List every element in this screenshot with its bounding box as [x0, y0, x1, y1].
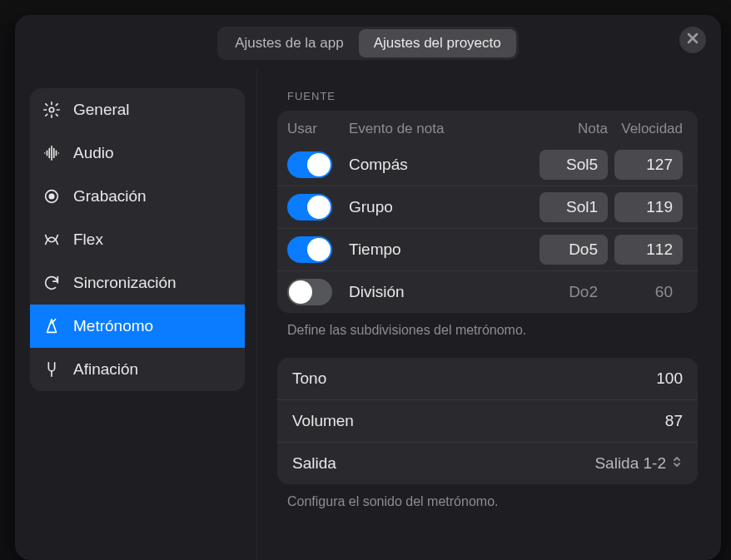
source-row-beat: Tiempo Do5 112 [277, 228, 698, 270]
tabs-segmented: Ajustes de la app Ajustes del proyecto [217, 27, 519, 60]
panel-header: Ajustes de la app Ajustes del proyecto [15, 15, 721, 68]
event-label: Compás [349, 156, 533, 174]
toggle-bar[interactable] [287, 151, 332, 178]
source-table-header: Usar Evento de nota Nota Velocidad [277, 111, 698, 144]
flex-icon [42, 230, 62, 250]
volume-value[interactable]: 87 [665, 412, 683, 430]
sidebar-item-label: Metrónomo [73, 317, 153, 335]
sound-card: Tono 100 Volumen 87 Salida Salida 1-2 [277, 358, 698, 484]
source-hint: Define las subdivisiones del metrónomo. [287, 323, 698, 338]
gear-icon [42, 100, 62, 120]
svg-point-0 [49, 107, 54, 112]
toggle-division[interactable] [287, 279, 332, 305]
main-content: FUENTE Usar Evento de nota Nota Velocida… [257, 68, 721, 560]
velocity-value[interactable]: 60 [614, 277, 683, 307]
sidebar-item-label: Flex [73, 230, 103, 249]
svg-point-2 [49, 194, 54, 199]
sidebar-item-label: Audio [73, 144, 114, 162]
tab-project-settings[interactable]: Ajustes del proyecto [359, 29, 516, 57]
settings-panel: Ajustes de la app Ajustes del proyecto G… [15, 15, 721, 560]
waveform-icon [42, 143, 62, 163]
sidebar-item-label: Grabación [73, 187, 147, 206]
output-label: Salida [292, 454, 336, 473]
close-icon [686, 32, 699, 49]
sidebar: General Audio Grabación [15, 68, 257, 560]
sidebar-item-recording[interactable]: Grabación [30, 175, 245, 218]
output-select[interactable]: Salida 1-2 [594, 454, 683, 473]
source-row-division: División Do2 60 [277, 270, 698, 313]
metronome-icon [42, 316, 62, 336]
tab-app-settings[interactable]: Ajustes de la app [220, 29, 358, 57]
close-button[interactable] [679, 27, 706, 53]
note-value[interactable]: Sol1 [540, 192, 608, 222]
row-tone: Tono 100 [277, 358, 698, 399]
sidebar-item-flex[interactable]: Flex [30, 218, 245, 261]
event-label: División [349, 283, 533, 301]
source-card: Usar Evento de nota Nota Velocidad Compá… [277, 111, 698, 313]
row-volume: Volumen 87 [277, 399, 698, 442]
section-title-source: FUENTE [287, 90, 698, 102]
velocity-value[interactable]: 119 [614, 192, 683, 222]
col-use: Usar [287, 121, 349, 137]
volume-label: Volumen [292, 412, 354, 430]
tone-value[interactable]: 100 [656, 369, 683, 388]
sidebar-item-tuning[interactable]: Afinación [30, 348, 245, 391]
tone-label: Tono [292, 369, 326, 388]
sidebar-item-label: Sincronización [73, 274, 177, 292]
sidebar-item-sync[interactable]: Sincronización [30, 261, 245, 305]
updown-icon [671, 454, 683, 473]
event-label: Grupo [349, 198, 533, 216]
note-value[interactable]: Do2 [540, 277, 608, 307]
sound-hint: Configura el sonido del metrónomo. [287, 494, 698, 509]
col-event: Evento de nota [349, 121, 533, 137]
source-row-group: Grupo Sol1 119 [277, 186, 698, 228]
col-note: Nota [533, 121, 608, 137]
sidebar-item-label: Afinación [73, 360, 138, 379]
velocity-value[interactable]: 112 [614, 235, 683, 265]
velocity-value[interactable]: 127 [614, 150, 683, 180]
tuning-fork-icon [42, 359, 62, 379]
note-value[interactable]: Do5 [540, 235, 608, 265]
note-value[interactable]: Sol5 [540, 150, 608, 180]
sidebar-list: General Audio Grabación [30, 88, 245, 391]
sidebar-item-general[interactable]: General [30, 88, 245, 131]
sidebar-item-metronome[interactable]: Metrónomo [30, 305, 245, 348]
output-value: Salida 1-2 [594, 454, 666, 473]
row-output: Salida Salida 1-2 [277, 442, 698, 484]
col-velocity: Velocidad [608, 121, 683, 137]
toggle-beat[interactable] [287, 236, 332, 263]
sync-icon [42, 273, 62, 293]
sidebar-item-label: General [73, 101, 130, 119]
record-icon [42, 186, 62, 206]
sidebar-item-audio[interactable]: Audio [30, 131, 245, 175]
source-row-bar: Compás Sol5 127 [277, 144, 698, 186]
toggle-group[interactable] [287, 194, 332, 221]
event-label: Tiempo [349, 240, 533, 259]
